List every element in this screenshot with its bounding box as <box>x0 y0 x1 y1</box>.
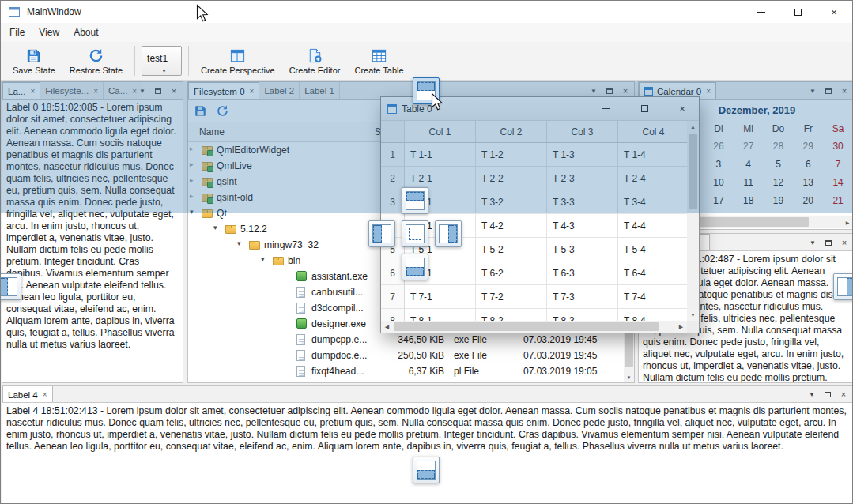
tree-row-dumpdoc-e[interactable]: dumpdoc.e...250,50 KiBexe File07.03.2019… <box>188 348 624 363</box>
create-editor-button[interactable]: Create Editor <box>282 43 348 78</box>
float-icon <box>825 240 832 246</box>
menu-item-about[interactable]: About <box>66 24 105 41</box>
label4-dock-area: Label 4× ▼ × Label 4 18:51:02:413 - Lore… <box>2 385 853 504</box>
label4-content: Label 4 18:51:02:413 - Lorem ipsum dolor… <box>2 403 852 503</box>
dock-right-icon <box>439 224 458 243</box>
menu-item-view[interactable]: View <box>32 24 66 41</box>
tree-item-label: mingw73_32 <box>264 239 319 250</box>
tab-close-icon[interactable]: × <box>43 390 47 399</box>
scroll-down-icon[interactable]: ▼ <box>687 309 699 321</box>
save-state-label: Save State <box>13 66 55 75</box>
dock-bottom-icon <box>417 461 436 480</box>
table-cell[interactable]: T 7-3 <box>547 285 618 309</box>
exe-icon <box>296 318 307 329</box>
perspective-combo[interactable]: test1 ▾ <box>142 46 182 76</box>
dock-float-button[interactable] <box>821 388 834 401</box>
table-cell[interactable]: T 8-3 <box>547 309 618 321</box>
save-state-button[interactable]: Save State <box>6 43 62 78</box>
dock-bottom-icon <box>406 258 425 276</box>
tree-row-fixqt4head[interactable]: fixqt4head...6,37 KiBpl File07.03.2019 1… <box>188 363 624 379</box>
scrollbar-corner <box>687 321 699 333</box>
file-date: 07.03.2019 19:45 <box>523 350 597 361</box>
table-cell[interactable]: T 7-1 <box>405 285 476 309</box>
maximize-button[interactable] <box>779 1 816 23</box>
file-icon <box>296 303 305 314</box>
file-icon <box>296 287 305 298</box>
table-cell[interactable]: T 7-4 <box>618 285 687 309</box>
file-size: 250,50 KiB <box>372 350 444 361</box>
drop-indicator-area-right[interactable] <box>435 220 462 247</box>
drop-indicator-area-bottom[interactable] <box>402 254 428 280</box>
drop-indicator-right-edge[interactable] <box>833 273 853 300</box>
chevron-down-icon: ▾ <box>163 67 166 74</box>
scroll-right-icon[interactable]: ▶ <box>675 321 687 333</box>
tree-item-label: dumpcpp.e... <box>311 334 367 345</box>
folder-icon <box>249 241 260 250</box>
dock-menu-button[interactable]: ▼ <box>806 388 818 401</box>
toolbar: Save State Restore State test1 ▾ Create … <box>1 42 852 81</box>
table-cell[interactable]: T 4-2 <box>476 214 547 238</box>
create-editor-label: Create Editor <box>289 66 341 75</box>
table-row: 8T 8-1T 8-2T 8-3T 8-4 <box>381 309 687 321</box>
create-table-label: Create Table <box>354 66 403 75</box>
toolbar-separator <box>188 46 189 76</box>
table-cell[interactable]: T 4-3 <box>547 214 618 238</box>
tree-item-label: dumpdoc.e... <box>311 350 367 361</box>
table-cell[interactable]: T 6-4 <box>618 261 687 285</box>
label4-text: Label 4 18:51:02:413 - Lorem ipsum dolor… <box>2 403 852 455</box>
table-cell[interactable]: T 8-2 <box>476 309 547 321</box>
drop-indicator-area-top[interactable] <box>402 187 428 214</box>
dock-close-button[interactable]: × <box>838 236 851 249</box>
restore-state-button[interactable]: Restore State <box>62 43 130 78</box>
drop-indicator-bottom-edge[interactable] <box>413 457 440 483</box>
tree-item-label: fixqt4head... <box>311 366 364 377</box>
dock-close-button[interactable]: × <box>837 388 850 401</box>
table-cell[interactable]: T 8-1 <box>405 309 476 321</box>
expand-arrow-icon[interactable]: ▾ <box>213 224 223 231</box>
table-cell[interactable]: T 8-4 <box>618 309 687 321</box>
expand-arrow-icon[interactable]: ▾ <box>261 255 270 263</box>
table-cell[interactable]: T 6-2 <box>476 261 547 285</box>
save-icon <box>25 47 42 64</box>
row-header[interactable]: 7 <box>381 285 405 309</box>
table-cell[interactable]: T 5-3 <box>547 238 618 261</box>
minimize-icon <box>757 12 765 13</box>
tree-item-label: bin <box>288 255 300 266</box>
scrollbar-thumb[interactable] <box>394 322 659 331</box>
file-type: exe File <box>454 350 487 361</box>
drop-indicator-area-center[interactable] <box>402 220 428 247</box>
table-cell[interactable]: T 4-4 <box>618 214 687 238</box>
tree-item-label: 5.12.2 <box>240 224 267 235</box>
dock-float-button[interactable] <box>822 236 835 249</box>
tree-item-label: canbusutil... <box>311 287 363 298</box>
table-cell[interactable]: T 7-2 <box>476 285 547 309</box>
close-icon: × <box>831 7 837 17</box>
file-size: 6,37 KiB <box>372 366 444 377</box>
table-horizontal-scrollbar[interactable]: ◀ ▶ <box>381 321 687 333</box>
close-button[interactable]: × <box>816 1 852 23</box>
create-table-button[interactable]: Create Table <box>347 43 410 78</box>
table-cell[interactable]: T 5-2 <box>476 238 547 261</box>
minimize-button[interactable] <box>743 1 779 23</box>
tree-row-dumpcpp-e[interactable]: dumpcpp.e...346,50 KiBexe File07.03.2019… <box>188 332 624 348</box>
table-cell[interactable]: T 5-4 <box>618 238 687 261</box>
scroll-left-icon[interactable]: ◀ <box>381 321 393 333</box>
file-icon <box>296 350 305 361</box>
dock-left-icon <box>372 224 391 243</box>
dock-right-icon <box>837 277 853 296</box>
window-title: MainWindow <box>27 6 81 17</box>
create-perspective-button[interactable]: Create Perspective <box>194 43 282 78</box>
dock-left-icon <box>0 277 17 296</box>
scroll-right-icon[interactable]: ▶ <box>842 216 853 228</box>
tab-label-4[interactable]: Label 4× <box>2 386 53 403</box>
drop-indicator-left-edge[interactable] <box>0 273 21 300</box>
table-row: 7T 7-1T 7-2T 7-3T 7-4 <box>381 285 687 309</box>
main-window: MainWindow × FileViewAbout Save State Re… <box>0 0 853 504</box>
dock-menu-button[interactable]: ▼ <box>806 236 819 249</box>
table-cell[interactable]: T 6-3 <box>547 261 618 285</box>
scroll-down-icon[interactable]: ▼ <box>624 372 634 382</box>
drop-indicator-area-left[interactable] <box>368 220 395 247</box>
expand-arrow-icon[interactable]: ▾ <box>237 239 247 247</box>
menu-item-file[interactable]: File <box>2 24 32 41</box>
row-header[interactable]: 8 <box>381 309 405 321</box>
